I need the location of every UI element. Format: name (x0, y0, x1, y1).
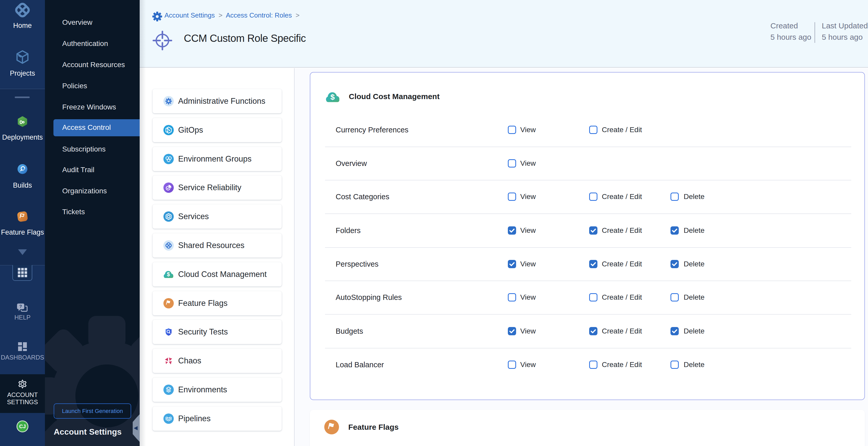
svg-text:$: $ (167, 271, 170, 278)
svg-text:?: ? (19, 304, 22, 309)
svg-text:$: $ (331, 93, 335, 101)
